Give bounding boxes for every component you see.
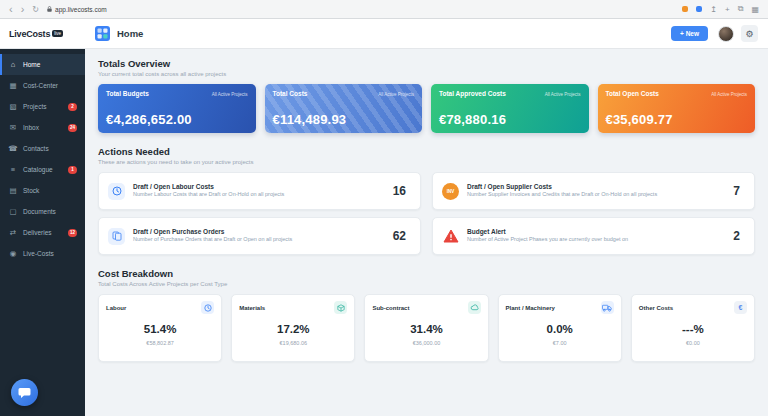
breakdown-percent: 31.4% bbox=[372, 323, 480, 335]
action-description: Number Supplier Invoices and Credits tha… bbox=[467, 191, 725, 198]
total-open-costs-card: Total Open Costs All Active Projects €35… bbox=[598, 84, 756, 133]
breakdown-title: Sub-contract bbox=[372, 305, 409, 311]
extension-icon-1[interactable] bbox=[682, 6, 688, 12]
breakdown-amount: €7.00 bbox=[506, 340, 614, 346]
sidebar-item-documents[interactable]: ▢ Documents bbox=[0, 201, 85, 222]
euro-icon: € bbox=[734, 301, 747, 314]
card-value: €78,880.16 bbox=[439, 112, 581, 127]
breakdown-section-title: Cost Breakdown bbox=[98, 268, 755, 279]
card-label: Total Budgets bbox=[106, 90, 149, 97]
sidebar-item-inbox[interactable]: ✉ Inbox 24 bbox=[0, 117, 85, 138]
card-meta: All Active Projects bbox=[212, 92, 248, 97]
chat-bubble-button[interactable] bbox=[11, 379, 38, 406]
action-title: Draft / Open Supplier Costs bbox=[467, 183, 725, 190]
sidebar-item-label: Catalogue bbox=[23, 166, 53, 173]
cost-center-icon: ▦ bbox=[8, 81, 18, 90]
materials-breakdown-card: Materials 17.2% €19,680.06 bbox=[231, 294, 355, 362]
card-value: €4,286,652.00 bbox=[106, 112, 248, 127]
truck-icon bbox=[601, 301, 614, 314]
live-costs-icon: ◉ bbox=[8, 249, 18, 258]
sidebar-item-home[interactable]: ⌂ Home bbox=[0, 54, 85, 75]
forward-icon[interactable]: › bbox=[21, 4, 25, 15]
other-costs-breakdown-card: Other Costs € ---% €0.00 bbox=[631, 294, 755, 362]
sidebar-item-cost-center[interactable]: ▦ Cost-Center bbox=[0, 75, 85, 96]
catalogue-badge: 1 bbox=[68, 166, 77, 174]
actions-section-title: Actions Needed bbox=[98, 146, 755, 157]
card-label: Total Open Costs bbox=[606, 90, 659, 97]
apps-grid-icon[interactable]: ▦ bbox=[751, 5, 759, 14]
new-tab-icon[interactable]: + bbox=[725, 5, 730, 14]
share-icon[interactable]: ↥ bbox=[710, 5, 717, 14]
new-button[interactable]: + New bbox=[671, 26, 708, 41]
total-costs-card: Total Costs All Active Projects €114,489… bbox=[265, 84, 423, 133]
inbox-badge: 24 bbox=[68, 124, 77, 132]
sidebar-item-contacts[interactable]: ☎ Contacts bbox=[0, 138, 85, 159]
breakdown-title: Labour bbox=[106, 305, 126, 311]
brand-name: LiveCosts bbox=[9, 29, 50, 39]
app-body: ⌂ Home ▦ Cost-Center ▧ Projects 2 ✉ Inbo… bbox=[0, 49, 768, 416]
totals-section-subtitle: Your current total costs across all acti… bbox=[98, 71, 755, 77]
contacts-icon: ☎ bbox=[8, 144, 18, 153]
breakdown-title: Materials bbox=[239, 305, 265, 311]
total-approved-costs-card: Total Approved Costs All Active Projects… bbox=[431, 84, 589, 133]
materials-box-icon bbox=[334, 301, 347, 314]
sidebar-item-label: Contacts bbox=[23, 145, 49, 152]
action-description: Number of Purchase Orders that are Draft… bbox=[133, 236, 385, 243]
main-content: Totals Overview Your current total costs… bbox=[85, 49, 768, 416]
breakdown-section-subtitle: Total Costs Across Active Projects per C… bbox=[98, 281, 755, 287]
user-avatar[interactable] bbox=[718, 26, 734, 42]
url-text: app.livecosts.com bbox=[55, 6, 107, 13]
refresh-icon[interactable]: ↻ bbox=[32, 5, 39, 14]
inbox-icon: ✉ bbox=[8, 123, 18, 132]
breakdown-percent: 17.2% bbox=[239, 323, 347, 335]
browser-actions: ↥ + ⧉ ▦ bbox=[682, 4, 759, 14]
action-description: Number of Active Project Phases you are … bbox=[467, 236, 725, 243]
sidebar-item-label: Inbox bbox=[23, 124, 39, 131]
extension-icon-2[interactable] bbox=[696, 6, 702, 12]
home-app-icon bbox=[95, 26, 110, 41]
breakdown-amount: €0.00 bbox=[639, 340, 747, 346]
breakdown-amount: €36,000.00 bbox=[372, 340, 480, 346]
clock-icon bbox=[201, 301, 214, 314]
documents-copy-icon bbox=[108, 228, 125, 245]
total-budgets-card: Total Budgets All Active Projects €4,286… bbox=[98, 84, 256, 133]
actions-section-subtitle: These are actions you need to take on yo… bbox=[98, 159, 755, 165]
catalogue-icon: ≡ bbox=[8, 165, 18, 174]
breakdown-title: Plant / Machinery bbox=[506, 305, 555, 311]
sidebar-item-catalogue[interactable]: ≡ Catalogue 1 bbox=[0, 159, 85, 180]
card-meta: All Active Projects bbox=[711, 92, 747, 97]
invoice-icon: INV bbox=[442, 183, 459, 200]
settings-gear-icon[interactable]: ⚙ bbox=[741, 25, 758, 42]
brand-tag: live bbox=[52, 30, 63, 37]
page-title: Home bbox=[117, 28, 143, 39]
sidebar-item-label: Projects bbox=[23, 103, 46, 110]
brand-logo[interactable]: LiveCosts live bbox=[0, 29, 85, 39]
sidebar-item-live-costs[interactable]: ◉ Live-Costs bbox=[0, 243, 85, 264]
totals-section-title: Totals Overview bbox=[98, 58, 755, 69]
actions-cards: Draft / Open Labour Costs Number Labour … bbox=[98, 172, 755, 255]
sidebar-item-label: Documents bbox=[23, 208, 56, 215]
card-value: €35,609.77 bbox=[606, 112, 748, 127]
action-description: Number Labour Costs that are Draft or On… bbox=[133, 191, 385, 198]
sidebar-item-label: Deliveries bbox=[23, 229, 52, 236]
breakdown-percent: ---% bbox=[639, 323, 747, 335]
plant-machinery-breakdown-card: Plant / Machinery 0.0% €7.00 bbox=[498, 294, 622, 362]
breakdown-cards: Labour 51.4% €58,802.87 Materials bbox=[98, 294, 755, 362]
labour-breakdown-card: Labour 51.4% €58,802.87 bbox=[98, 294, 222, 362]
cloud-icon bbox=[468, 301, 481, 314]
sidebar-item-stock[interactable]: ▤ Stock bbox=[0, 180, 85, 201]
breakdown-percent: 0.0% bbox=[506, 323, 614, 335]
sidebar-item-projects[interactable]: ▧ Projects 2 bbox=[0, 96, 85, 117]
tabs-icon[interactable]: ⧉ bbox=[738, 4, 744, 14]
clock-icon bbox=[108, 183, 125, 200]
back-icon[interactable]: ‹ bbox=[9, 4, 13, 15]
breakdown-title: Other Costs bbox=[639, 305, 673, 311]
address-bar[interactable]: app.livecosts.com bbox=[47, 6, 107, 13]
action-count: 7 bbox=[733, 184, 740, 198]
stock-icon: ▤ bbox=[8, 186, 18, 195]
sidebar-item-deliveries[interactable]: ⇄ Deliveries 12 bbox=[0, 222, 85, 243]
sidebar-item-label: Live-Costs bbox=[23, 250, 54, 257]
action-title: Budget Alert bbox=[467, 228, 725, 235]
card-meta: All Active Projects bbox=[378, 92, 414, 97]
action-title: Draft / Open Purchase Orders bbox=[133, 228, 385, 235]
